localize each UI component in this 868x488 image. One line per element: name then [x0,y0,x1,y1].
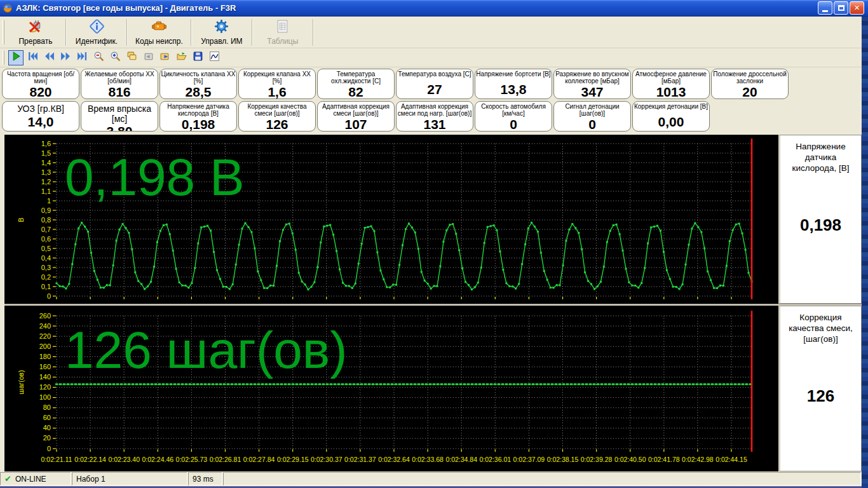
param-label: УОЗ [гр.КВ] [17,102,64,114]
svg-text:0:02:22.14: 0:02:22.14 [74,456,106,463]
tables-button[interactable]: Таблицы [255,18,311,47]
param-value: 1013 [656,85,686,99]
close-button[interactable]: ✕ [850,1,864,15]
folder-forward-icon [159,51,170,64]
oxygen-voltage-side-panel: Напряжение датчика кислорода, [В] 0,198 [778,135,862,304]
histogram-button[interactable] [207,50,222,65]
param-value: 816 [108,85,130,99]
param-label: Сигнал детонации [шаг(ов)] [554,102,630,117]
svg-text:0:02:32.64: 0:02:32.64 [378,456,410,463]
param-box: УОЗ [гр.КВ]14,0 [2,101,79,132]
open-file-button[interactable] [173,50,189,65]
param-box: Коррекция качества смеси [шаг(ов)]126 [238,101,316,132]
param-box: Адаптивная коррекция смеси [шаг(ов)]107 [317,101,395,132]
maximize-button[interactable] [834,1,848,15]
param-value: 0 [588,117,596,132]
rewind-button[interactable] [41,50,57,65]
param-box: Частота вращения [об/мин]820 [2,69,79,99]
latency-value: 93 ms [193,475,214,484]
svg-text:0:02:39.28: 0:02:39.28 [581,456,613,463]
dataset-cell: Набор 1 [72,472,187,485]
table-icon [275,18,290,36]
toolbar-separator [313,19,314,46]
svg-text:0:02:30.37: 0:02:30.37 [311,456,342,463]
param-label: Разряжение во впускном коллекторе [мБар] [554,69,630,85]
interrupt-label: Прервать [18,37,52,46]
param-box: Температура воздуха [C]27 [396,69,473,99]
svg-text:0:02:23.40: 0:02:23.40 [108,456,140,463]
oxygen-voltage-chart[interactable]: 1,61,51,41,31,21,110,90,80,70,60,50,40,3… [4,135,778,304]
toolbar-separator [65,19,67,46]
main-toolbar: Прервать Идентифик. [0,17,862,48]
zoom-in-button[interactable] [107,50,123,65]
param-label: Положение дроссельной заслонки [712,69,788,85]
param-box: Время впрыска [мс]3,80 [81,101,158,132]
svg-text:1: 1 [47,197,51,205]
svg-text:0,198 В: 0,198 В [65,148,245,206]
folders-copy-icon [126,51,137,64]
online-check-icon: ✔ [4,474,11,484]
mixture-panel-value: 126 [780,386,861,406]
fault-codes-button[interactable]: Коды неиспр. [130,18,189,47]
svg-text:220: 220 [39,332,51,340]
svg-text:0,5: 0,5 [41,245,51,252]
svg-text:40: 40 [43,424,51,431]
param-value: 28,5 [186,85,212,99]
next-dataset-button[interactable] [157,50,172,65]
plug-interrupt-icon [28,18,44,36]
svg-text:0:02:25.73: 0:02:25.73 [176,456,208,463]
skip-first-button[interactable] [25,50,40,65]
previous-dataset-button[interactable] [140,50,156,65]
svg-text:0:02:41.78: 0:02:41.78 [648,456,680,463]
svg-text:0:02:31.37: 0:02:31.37 [344,456,376,463]
toolbar-separator [191,19,192,46]
identify-label: Идентифик. [76,37,118,46]
svg-text:0:02:26.81: 0:02:26.81 [210,456,241,463]
param-value: 0 [510,117,517,132]
param-label: Коррекция качества смеси [шаг(ов)] [239,102,315,117]
play-button[interactable] [8,50,24,65]
interrupt-button[interactable]: Прервать [8,18,64,47]
param-label: Атмосферное давление [мБар] [633,69,709,85]
engine-icon [151,18,167,36]
param-value: 131 [423,117,445,132]
toolbar-grip[interactable] [3,51,4,65]
svg-text:200: 200 [39,342,51,350]
oxygen-panel-title: Напряжение датчика кислорода, [В] [780,141,861,173]
info-diamond-icon [89,18,105,36]
zoom-out-icon [93,51,104,64]
param-value: 0,198 [182,117,215,132]
svg-text:0,8: 0,8 [41,216,51,224]
param-value: 107 [344,117,367,132]
svg-text:0,2: 0,2 [41,273,51,281]
svg-text:20: 20 [43,434,51,442]
svg-text:0:02:38.15: 0:02:38.15 [547,456,579,463]
param-box: Разряжение во впускном коллекторе [мБар]… [553,69,631,99]
minimize-button[interactable] [818,1,832,15]
fast-forward-icon [60,51,71,64]
param-label: Напряжение датчика кислорода [В] [160,102,236,117]
skip-last-button[interactable] [74,50,90,65]
actuator-control-button[interactable]: Управл. ИМ [194,18,250,47]
svg-text:0,7: 0,7 [41,226,51,233]
titlebar: АЗЛК: Святогор [все годы выпуска] - Двиг… [0,0,868,17]
mixture-correction-chart[interactable]: 2602402202001801601401201008060402000:02… [4,306,778,471]
save-file-button[interactable] [190,50,205,65]
svg-text:260: 260 [39,312,51,320]
svg-text:0: 0 [47,292,51,300]
svg-text:126 шаг(ов): 126 шаг(ов) [65,321,348,379]
copy-datasets-button[interactable] [124,50,139,65]
dataset-label: Набор 1 [76,475,105,484]
mixture-panel-title: Коррекция качества смеси, [шаг(ов)] [780,312,861,344]
param-label: Коррекция клапана ХХ [%] [239,69,315,85]
connection-status-cell: ✔ ON-LINE [0,472,71,485]
param-value: 14,0 [28,114,54,130]
param-value: 27 [427,82,442,97]
param-box: Температура охл.жидкости [C]82 [317,69,395,99]
zoom-out-button[interactable] [91,50,106,65]
identify-button[interactable]: Идентифик. [69,18,125,47]
toolbar-grip[interactable] [3,20,4,44]
fast-forward-button[interactable] [58,50,73,65]
svg-text:0:02:40.50: 0:02:40.50 [614,456,646,463]
svg-text:160: 160 [39,363,51,370]
